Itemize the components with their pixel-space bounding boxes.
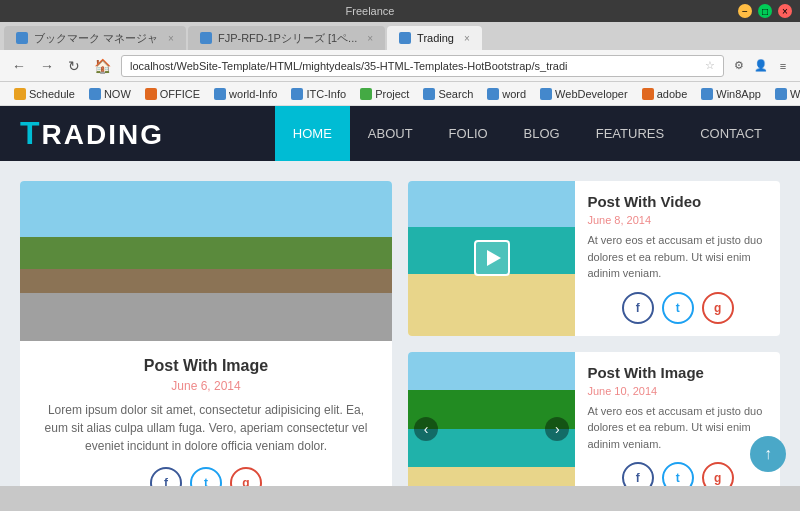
nav-home[interactable]: HOME	[275, 106, 350, 161]
bookmark-adobe[interactable]: adobe	[636, 86, 694, 102]
nav-blog[interactable]: BLOG	[506, 106, 578, 161]
bookmark-label-worldinfo: world-Info	[229, 88, 277, 100]
post-image-hut-2: ‹ ›	[408, 352, 575, 487]
nav-folio[interactable]: FOLIO	[431, 106, 506, 161]
tab-fjp[interactable]: FJP-RFD-1Pシリーズ [1ペ... ×	[188, 26, 385, 50]
bookmark-icon-schedule	[14, 88, 26, 100]
extensions-icon[interactable]: ⚙	[730, 57, 748, 75]
post-title-left: Post With Image	[36, 357, 376, 375]
bookmark-label-search: Search	[438, 88, 473, 100]
tab-close-1[interactable]: ×	[168, 33, 174, 44]
social-buttons-left: f t g	[36, 467, 376, 486]
bookmark-icon-word	[487, 88, 499, 100]
tab-favicon-3	[399, 32, 411, 44]
bookmark-icon-project	[360, 88, 372, 100]
bookmarks-bar: Schedule NOW OFFICE world-Info ITC-Info …	[0, 82, 800, 106]
scroll-to-top-button[interactable]: ↑	[750, 436, 786, 472]
close-button[interactable]: ×	[778, 4, 792, 18]
post-image-mountains	[20, 181, 392, 341]
post-date-right-top: June 8, 2014	[587, 214, 768, 226]
post-title-right-top: Post With Video	[587, 193, 768, 210]
post-body-left: Post With Image June 6, 2014 Lorem ipsum…	[20, 341, 392, 486]
carousel-prev-button[interactable]: ‹	[414, 417, 438, 441]
tab-label-2: FJP-RFD-1Pシリーズ [1ペ...	[218, 31, 357, 46]
site-logo: TRADING	[20, 115, 164, 152]
nav-features[interactable]: FEATURES	[578, 106, 682, 161]
bookmark-icon-win8app	[701, 88, 713, 100]
bookmark-now[interactable]: NOW	[83, 86, 137, 102]
bookmark-icon-office	[145, 88, 157, 100]
bookmark-word[interactable]: word	[481, 86, 532, 102]
home-button[interactable]: 🏠	[90, 56, 115, 76]
back-button[interactable]: ←	[8, 56, 30, 76]
post-date-left: June 6, 2014	[36, 379, 376, 393]
nav-about[interactable]: ABOUT	[350, 106, 431, 161]
user-icon[interactable]: 👤	[752, 57, 770, 75]
bookmark-label-adobe: adobe	[657, 88, 688, 100]
reload-button[interactable]: ↻	[64, 56, 84, 76]
post-text-right-top: At vero eos et accusam et justo duo dolo…	[587, 232, 768, 282]
tab-bar: ブックマーク マネージャ × FJP-RFD-1Pシリーズ [1ペ... × T…	[0, 22, 800, 50]
minimize-button[interactable]: −	[738, 4, 752, 18]
bookmark-win8app[interactable]: Win8App	[695, 86, 767, 102]
bookmark-wix[interactable]: Wix	[769, 86, 800, 102]
bookmark-webdev[interactable]: WebDeveloper	[534, 86, 634, 102]
post-card-right-top: Post With Video June 8, 2014 At vero eos…	[408, 181, 780, 336]
site-content: TRADING HOME ABOUT FOLIO BLOG FEATURES C…	[0, 106, 800, 486]
site-nav: HOME ABOUT FOLIO BLOG FEATURES CONTACT	[275, 106, 780, 161]
bookmark-label-webdev: WebDeveloper	[555, 88, 628, 100]
address-bar[interactable]: localhost/WebSite-Template/HTML/mightyde…	[121, 55, 724, 77]
tab-label-3: Trading	[417, 32, 454, 44]
title-bar-text: Freelance	[8, 5, 732, 17]
bookmark-office[interactable]: OFFICE	[139, 86, 206, 102]
bookmark-icon-adobe	[642, 88, 654, 100]
bookmark-icon-webdev	[540, 88, 552, 100]
bookmark-search[interactable]: Search	[417, 86, 479, 102]
tab-favicon-1	[16, 32, 28, 44]
twitter-button-right-top[interactable]: t	[662, 292, 694, 324]
bookmark-label-word: word	[502, 88, 526, 100]
bookmark-star-icon[interactable]: ☆	[705, 59, 715, 72]
play-overlay[interactable]	[474, 240, 510, 276]
tab-favicon-2	[200, 32, 212, 44]
address-text: localhost/WebSite-Template/HTML/mightyde…	[130, 60, 701, 72]
twitter-button-left[interactable]: t	[190, 467, 222, 486]
forward-button[interactable]: →	[36, 56, 58, 76]
nav-bar: ← → ↻ 🏠 localhost/WebSite-Template/HTML/…	[0, 50, 800, 82]
post-body-right-top: Post With Video June 8, 2014 At vero eos…	[575, 181, 780, 336]
tab-close-2[interactable]: ×	[367, 33, 373, 44]
site-header: TRADING HOME ABOUT FOLIO BLOG FEATURES C…	[0, 106, 800, 161]
nav-contact[interactable]: CONTACT	[682, 106, 780, 161]
twitter-button-right-bottom[interactable]: t	[662, 462, 694, 486]
title-bar: Freelance − □ ×	[0, 0, 800, 22]
facebook-button-left[interactable]: f	[150, 467, 182, 486]
bookmark-project[interactable]: Project	[354, 86, 415, 102]
bookmark-worldinfo[interactable]: world-Info	[208, 86, 283, 102]
social-buttons-right-top: f t g	[587, 292, 768, 324]
bookmark-icon-wix	[775, 88, 787, 100]
bookmark-label-itcinfo: ITC-Info	[306, 88, 346, 100]
bookmark-label-project: Project	[375, 88, 409, 100]
tab-trading[interactable]: Trading ×	[387, 26, 482, 50]
googleplus-button-right-top[interactable]: g	[702, 292, 734, 324]
facebook-button-right-bottom[interactable]: f	[622, 462, 654, 486]
googleplus-button-right-bottom[interactable]: g	[702, 462, 734, 486]
tab-bookmarks[interactable]: ブックマーク マネージャ ×	[4, 26, 186, 50]
googleplus-button-left[interactable]: g	[230, 467, 262, 486]
bookmark-itcinfo[interactable]: ITC-Info	[285, 86, 352, 102]
play-icon	[487, 250, 501, 266]
bookmark-icon-search	[423, 88, 435, 100]
main-content: Post With Image June 6, 2014 Lorem ipsum…	[0, 161, 800, 486]
bookmark-schedule[interactable]: Schedule	[8, 86, 81, 102]
tab-close-3[interactable]: ×	[464, 33, 470, 44]
maximize-button[interactable]: □	[758, 4, 772, 18]
bookmark-icon-itcinfo	[291, 88, 303, 100]
post-card-left: Post With Image June 6, 2014 Lorem ipsum…	[20, 181, 392, 486]
post-image-hut-1	[408, 181, 575, 336]
logo-text: RADING	[42, 119, 164, 150]
carousel-next-button[interactable]: ›	[545, 417, 569, 441]
post-date-right-bottom: June 10, 2014	[587, 385, 768, 397]
menu-icon[interactable]: ≡	[774, 57, 792, 75]
logo-letter-t: T	[20, 115, 42, 151]
facebook-button-right-top[interactable]: f	[622, 292, 654, 324]
